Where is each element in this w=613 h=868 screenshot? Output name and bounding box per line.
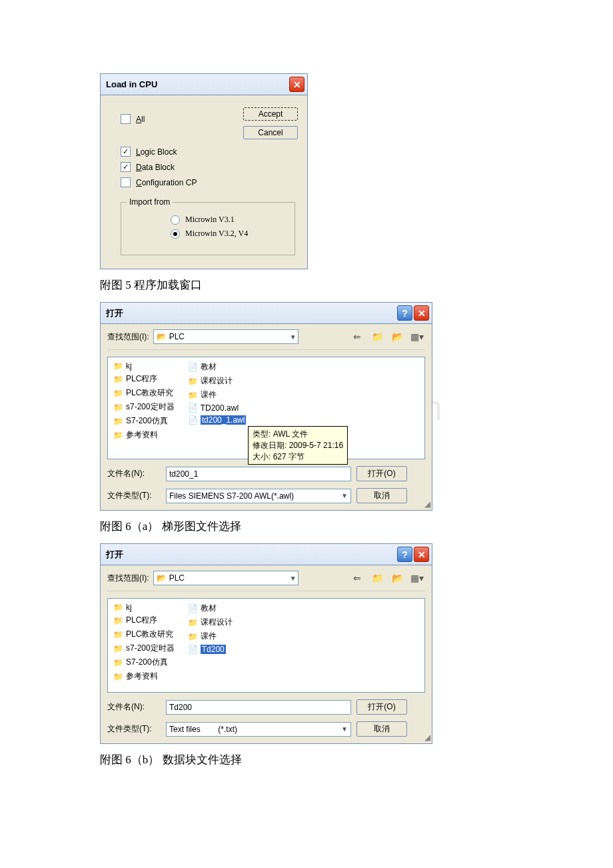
load-title: Load in CPU: [106, 79, 157, 89]
load-titlebar: Load in CPU ✕: [101, 74, 307, 95]
cancel-button[interactable]: Cancel: [243, 126, 298, 139]
open-a-title: 打开: [106, 307, 123, 319]
list-item[interactable]: 📁s7-200定时器: [113, 401, 175, 413]
file-col-1: 📁kj 📁PLC程序 📁PLC教改研究 📁s7-200定时器 📁S7-200仿真…: [113, 603, 175, 688]
document-icon: 📄: [188, 604, 198, 613]
view-menu-icon[interactable]: ▦▾: [409, 571, 425, 585]
all-label: All: [136, 115, 145, 124]
list-item[interactable]: 📁PLC程序: [113, 615, 175, 626]
open-dialog-b: 打开 ? ✕ 查找范围(I): 📂PLC ▼ ⇐ 📁 📂 ▦▾: [100, 543, 432, 744]
chevron-down-icon: ▼: [290, 575, 297, 582]
filetype-combo[interactable]: Files SIEMENS S7-200 AWL(*.awl)▼: [166, 489, 351, 503]
close-icon[interactable]: ✕: [414, 305, 429, 321]
resize-grip-icon[interactable]: ◢: [424, 499, 430, 509]
folder-icon: 📁: [113, 431, 123, 440]
folder-icon: 📂: [157, 332, 167, 341]
open-b-titlebar: 打开 ? ✕: [101, 544, 432, 565]
look-in-label: 查找范围(I):: [107, 331, 149, 343]
list-item[interactable]: 📁PLC程序: [113, 373, 175, 385]
new-folder-icon[interactable]: 📂: [389, 571, 405, 585]
look-in-combo[interactable]: 📂PLC ▼: [153, 329, 299, 344]
list-item[interactable]: 📄TD200.awl: [188, 403, 247, 413]
help-icon[interactable]: ?: [397, 547, 412, 562]
list-item[interactable]: 📁kj: [113, 361, 175, 371]
folder-icon: 📁: [113, 603, 123, 612]
list-item[interactable]: 📁课程设计: [188, 617, 233, 628]
file-col-1: 📁kj 📁PLC程序 📁PLC教改研究 📁s7-200定时器 📁S7-200仿真…: [113, 361, 175, 455]
caption-fig6a: 附图 6（a） 梯形图文件选择: [100, 519, 513, 534]
folder-icon: 📁: [188, 391, 198, 400]
file-list[interactable]: 📁kj 📁PLC程序 📁PLC教改研究 📁s7-200定时器 📁S7-200仿真…: [107, 598, 425, 693]
list-item[interactable]: 📁课件: [188, 631, 233, 642]
list-item[interactable]: 📁s7-200定时器: [113, 643, 175, 654]
config-cp-checkbox[interactable]: [121, 177, 131, 187]
folder-icon: 📁: [113, 361, 123, 371]
back-icon[interactable]: ⇐: [349, 329, 365, 344]
file-col-2: 📄教材 📁课程设计 📁课件 📄TD200.awl 📄td200_1.awl: [188, 361, 247, 455]
accept-button[interactable]: Accept: [243, 107, 298, 121]
list-item[interactable]: 📁S7-200仿真: [113, 415, 175, 427]
config-cp-label: Configuration CP: [136, 178, 197, 187]
document-icon: 📄: [188, 415, 198, 425]
list-item[interactable]: 📁PLC教改研究: [113, 629, 175, 640]
filetype-label: 文件类型(T):: [107, 490, 161, 501]
open-button[interactable]: 打开(O): [356, 466, 407, 481]
new-folder-icon[interactable]: 📂: [389, 329, 405, 344]
filetype-combo[interactable]: Text files (*.txt)▼: [166, 722, 351, 737]
microwin-v31-row[interactable]: Microwin V3.1: [171, 215, 285, 225]
list-item[interactable]: 📄Td200: [188, 645, 233, 654]
import-from-fieldset: Import from Microwin V3.1 Microwin V3.2,…: [121, 202, 295, 255]
file-col-2: 📄教材 📁课程设计 📁课件 📄Td200: [188, 603, 233, 688]
file-tooltip: 类型: AWL 文件 修改日期: 2009-5-7 21:16 大小: 627 …: [248, 426, 348, 465]
list-item[interactable]: 📁参考资料: [113, 429, 175, 441]
microwin-v31-radio[interactable]: [171, 215, 180, 225]
logic-block-checkbox-row[interactable]: Logic Block: [121, 147, 295, 157]
resize-grip-icon[interactable]: ◢: [424, 733, 430, 742]
folder-icon: 📁: [113, 417, 123, 426]
folder-icon: 📁: [113, 644, 123, 653]
folder-icon: 📁: [188, 618, 198, 627]
document-icon: 📄: [188, 363, 198, 372]
filetype-label: 文件类型(T):: [107, 723, 161, 735]
open-dialog-a: 打开 ? ✕ 查找范围(I): 📂PLC ▼ ⇐ 📁 📂 ▦▾: [100, 302, 432, 511]
caption-fig5: 附图 5 程序加载窗口: [100, 277, 513, 293]
look-in-label: 查找范围(I):: [107, 573, 149, 584]
back-icon[interactable]: ⇐: [349, 571, 365, 585]
all-checkbox[interactable]: [121, 114, 131, 124]
microwin-v32-radio[interactable]: [171, 229, 180, 239]
data-block-checkbox-row[interactable]: Data Block: [121, 162, 295, 172]
list-item[interactable]: 📁kj: [113, 603, 175, 612]
logic-block-checkbox[interactable]: [121, 147, 131, 157]
folder-icon: 📁: [113, 672, 123, 681]
look-in-combo[interactable]: 📂PLC ▼: [153, 571, 299, 585]
list-item[interactable]: 📁S7-200仿真: [113, 657, 175, 668]
document-icon: 📄: [188, 403, 198, 413]
list-item[interactable]: 📁课件: [188, 389, 247, 401]
config-cp-checkbox-row[interactable]: Configuration CP: [121, 177, 295, 187]
folder-icon: 📁: [113, 658, 123, 667]
list-item[interactable]: 📁课程设计: [188, 375, 247, 387]
list-item[interactable]: 📁参考资料: [113, 671, 175, 682]
text-file-icon: 📄: [188, 645, 198, 654]
filename-input[interactable]: td200_1: [166, 467, 351, 481]
data-block-checkbox[interactable]: [121, 162, 131, 172]
up-folder-icon[interactable]: 📁: [369, 329, 385, 344]
open-button[interactable]: 打开(O): [356, 699, 407, 715]
microwin-v32-row[interactable]: Microwin V3.2, V4: [171, 229, 285, 239]
list-item[interactable]: 📄教材: [188, 361, 247, 373]
view-menu-icon[interactable]: ▦▾: [409, 329, 425, 344]
cancel-button[interactable]: 取消: [356, 721, 407, 737]
file-list[interactable]: 📁kj 📁PLC程序 📁PLC教改研究 📁s7-200定时器 📁S7-200仿真…: [107, 357, 425, 459]
cancel-button[interactable]: 取消: [356, 488, 407, 503]
list-item[interactable]: 📄教材: [188, 603, 233, 614]
close-icon[interactable]: ✕: [414, 547, 429, 562]
filename-input[interactable]: Td200: [166, 700, 351, 715]
microwin-v32-label: Microwin V3.2, V4: [185, 229, 248, 239]
close-icon[interactable]: ✕: [289, 77, 305, 92]
logic-block-label: Logic Block: [136, 147, 177, 157]
up-folder-icon[interactable]: 📁: [369, 571, 385, 585]
microwin-v31-label: Microwin V3.1: [185, 215, 235, 225]
help-icon[interactable]: ?: [397, 305, 412, 321]
list-item[interactable]: 📁PLC教改研究: [113, 387, 175, 399]
list-item[interactable]: 📄td200_1.awl: [188, 415, 247, 425]
